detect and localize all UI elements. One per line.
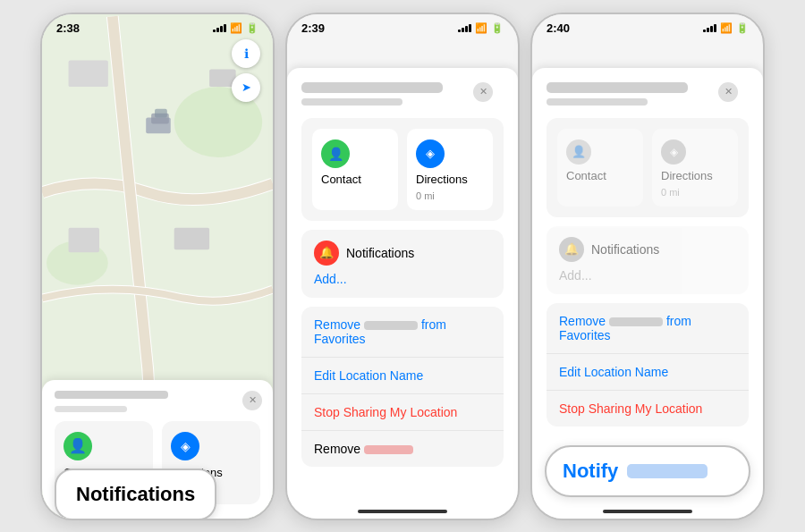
close-button-3[interactable]: ✕ xyxy=(718,82,738,102)
add-link-3: Add... xyxy=(559,268,592,283)
sheet-3: ✕ 👤 Contact ◈ Directions xyxy=(532,68,763,519)
status-bar-2: 2:39 📶 🔋 xyxy=(287,14,518,38)
list-item-edit-location-2[interactable]: Edit Location Name xyxy=(301,358,504,394)
status-time-2: 2:39 xyxy=(301,21,325,35)
status-time-1: 2:38 xyxy=(56,21,80,35)
directions-card-3[interactable]: ◈ Directions 0 mi xyxy=(652,129,738,207)
signal-icon-3 xyxy=(703,23,716,32)
svg-rect-5 xyxy=(69,227,99,252)
list-item-stop-sharing-3[interactable]: Stop Sharing My Location xyxy=(547,391,749,426)
status-icons-1: 📶 🔋 xyxy=(213,22,258,34)
directions-card-2[interactable]: ◈ Directions 0 mi xyxy=(407,129,493,210)
name-blur-1 xyxy=(55,391,168,399)
subtitle-blur-2 xyxy=(301,98,402,106)
subtitle-blur-3 xyxy=(547,98,648,106)
signal-icon-1 xyxy=(213,23,226,32)
notifications-section-2: 🔔 Notifications Add... xyxy=(301,230,504,298)
list-item-edit-location-3[interactable]: Edit Location Name xyxy=(547,354,749,391)
notify-button[interactable]: Notify xyxy=(545,445,750,497)
battery-icon-1: 🔋 xyxy=(246,22,258,34)
svg-rect-9 xyxy=(155,108,167,117)
action-section-3: 👤 Contact ◈ Directions 0 mi xyxy=(547,118,749,217)
contact-card-2[interactable]: 👤 Contact xyxy=(312,129,398,210)
svg-rect-3 xyxy=(69,60,108,87)
svg-rect-4 xyxy=(174,227,209,249)
contact-label-3: Contact xyxy=(566,169,606,182)
contact-icon-2: 👤 xyxy=(321,139,350,168)
notification-bubble-text: Notifications xyxy=(76,483,195,505)
directions-sublabel-3: 0 mi xyxy=(661,187,680,198)
list-section-2: Remove from Favorites Edit Location Name… xyxy=(301,307,504,467)
notify-text: Notify xyxy=(563,460,618,483)
contact-icon-3: 👤 xyxy=(566,139,591,165)
directions-label-3: Directions xyxy=(661,169,713,182)
list-item-stop-sharing-2[interactable]: Stop Sharing My Location xyxy=(301,394,504,431)
directions-icon-1: ◈ xyxy=(171,432,199,460)
wifi-icon-2: 📶 xyxy=(475,22,487,34)
screenshots-container: 2:38 📶 🔋 xyxy=(31,4,774,529)
directions-sublabel-2: 0 mi xyxy=(416,190,435,201)
two-btn-row-3: 👤 Contact ◈ Directions 0 mi xyxy=(557,129,738,207)
add-link-2[interactable]: Add... xyxy=(314,272,347,286)
sheet-top-bar-3: ✕ xyxy=(547,82,749,106)
action-section-2: 👤 Contact ◈ Directions 0 mi xyxy=(301,118,504,221)
list-item-remove-2[interactable]: Remove xyxy=(301,431,504,467)
blur-name-pink-2 xyxy=(364,445,413,454)
phone-frame-3: 2:40 📶 🔋 ✕ xyxy=(530,13,765,520)
notif-icon-row-2: 🔔 Notifications xyxy=(314,241,491,266)
list-item-remove-favorites-2[interactable]: Remove from Favorites xyxy=(301,307,504,358)
close-button-2[interactable]: ✕ xyxy=(473,82,493,102)
wifi-icon-3: 📶 xyxy=(720,22,733,34)
list-section-3: Remove from Favorites Edit Location Name… xyxy=(547,303,749,426)
battery-icon-2: 🔋 xyxy=(491,22,504,34)
status-bar-1: 2:38 📶 🔋 xyxy=(42,14,273,38)
directions-icon-3: ◈ xyxy=(661,139,686,165)
phone-frame-2: 2:39 📶 🔋 ✕ xyxy=(285,13,520,520)
phone-frame-1: 2:38 📶 🔋 xyxy=(40,13,275,520)
notifications-section-3: 🔔 Notifications Add... xyxy=(547,226,749,294)
status-bar-3: 2:40 📶 🔋 xyxy=(532,14,763,38)
notifications-label-3: Notifications xyxy=(591,242,659,257)
home-indicator-2 xyxy=(358,510,447,513)
notifications-label-2: Notifications xyxy=(346,246,414,260)
notify-name-blur xyxy=(627,464,708,478)
wifi-icon-1: 📶 xyxy=(230,22,242,34)
directions-icon-2: ◈ xyxy=(416,139,445,168)
home-indicator-3 xyxy=(603,510,692,513)
close-button-1[interactable]: ✕ xyxy=(242,391,262,410)
subtitle-blur-1 xyxy=(55,406,127,412)
contact-card-3[interactable]: 👤 Contact xyxy=(557,129,643,207)
notification-icon-3: 🔔 xyxy=(559,237,584,262)
notification-icon-2: 🔔 xyxy=(314,241,339,266)
contact-icon-1: 👤 xyxy=(64,432,92,460)
notif-icon-row-3: 🔔 Notifications xyxy=(559,237,736,262)
sheet-top-bar-2: ✕ xyxy=(301,82,504,106)
status-icons-3: 📶 🔋 xyxy=(703,22,749,34)
two-btn-row-2: 👤 Contact ◈ Directions 0 mi xyxy=(312,129,493,210)
notification-bubble: Notifications xyxy=(55,469,216,520)
sheet-2: ✕ 👤 Contact ◈ Directions xyxy=(287,68,518,519)
contact-label-2: Contact xyxy=(321,173,361,186)
map-view: ℹ ➤ ✕ 👤 Contact xyxy=(42,14,273,519)
location-button[interactable]: ➤ xyxy=(232,73,260,102)
name-blur-2 xyxy=(301,82,443,93)
status-time-3: 2:40 xyxy=(547,21,570,35)
blur-name-2 xyxy=(364,321,418,330)
battery-icon-3: 🔋 xyxy=(736,22,749,34)
map-overlay-buttons: ℹ ➤ xyxy=(232,39,260,102)
signal-icon-2 xyxy=(458,23,471,32)
name-blur-3 xyxy=(547,82,688,93)
list-item-remove-favorites-3[interactable]: Remove from Favorites xyxy=(547,303,749,354)
info-button[interactable]: ℹ xyxy=(232,39,260,68)
blur-name-3 xyxy=(609,317,663,326)
status-icons-2: 📶 🔋 xyxy=(458,22,504,34)
directions-label-2: Directions xyxy=(416,173,468,186)
